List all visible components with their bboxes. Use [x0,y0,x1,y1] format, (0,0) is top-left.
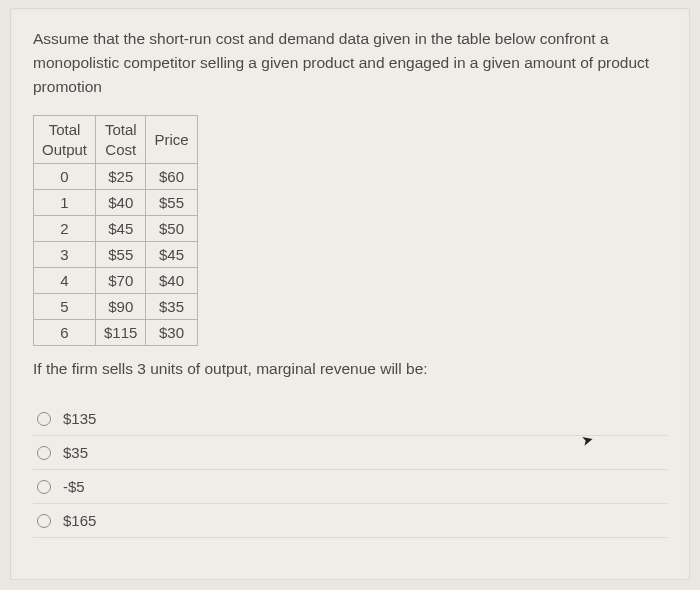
cell-price: $30 [146,320,197,346]
cell-price: $50 [146,216,197,242]
table-row: 3 $55 $45 [34,242,198,268]
radio-icon [37,480,51,494]
option-label: $135 [63,410,96,427]
cell-price: $40 [146,268,197,294]
cell-output: 4 [34,268,96,294]
cost-demand-table: TotalOutput TotalCost Price 0 $25 $60 1 … [33,115,198,346]
cell-output: 1 [34,190,96,216]
cell-output: 5 [34,294,96,320]
cell-cost: $40 [96,190,146,216]
question-prompt: Assume that the short-run cost and deman… [33,27,667,99]
table-row: 2 $45 $50 [34,216,198,242]
cell-cost: $70 [96,268,146,294]
cell-cost: $45 [96,216,146,242]
radio-icon [37,446,51,460]
header-price: Price [146,116,197,164]
cell-cost: $55 [96,242,146,268]
table-row: 5 $90 $35 [34,294,198,320]
radio-icon [37,514,51,528]
answer-option-0[interactable]: $135 [33,402,667,436]
header-total-cost: TotalCost [96,116,146,164]
cell-cost: $25 [96,164,146,190]
option-label: $35 [63,444,88,461]
cell-price: $60 [146,164,197,190]
sub-question: If the firm sells 3 units of output, mar… [33,360,667,378]
radio-icon [37,412,51,426]
cell-output: 3 [34,242,96,268]
header-total-output: TotalOutput [34,116,96,164]
cell-price: $45 [146,242,197,268]
table-row: 0 $25 $60 [34,164,198,190]
cell-cost: $115 [96,320,146,346]
cell-price: $35 [146,294,197,320]
answer-options: $135 $35 -$5 $165 [33,402,667,538]
table-row: 1 $40 $55 [34,190,198,216]
table-row: 6 $115 $30 [34,320,198,346]
question-card: Assume that the short-run cost and deman… [10,8,690,580]
answer-option-1[interactable]: $35 [33,436,667,470]
option-label: $165 [63,512,96,529]
cell-output: 2 [34,216,96,242]
cell-output: 6 [34,320,96,346]
cell-price: $55 [146,190,197,216]
cell-output: 0 [34,164,96,190]
option-label: -$5 [63,478,85,495]
answer-option-2[interactable]: -$5 [33,470,667,504]
answer-option-3[interactable]: $165 [33,504,667,538]
table-row: 4 $70 $40 [34,268,198,294]
cell-cost: $90 [96,294,146,320]
